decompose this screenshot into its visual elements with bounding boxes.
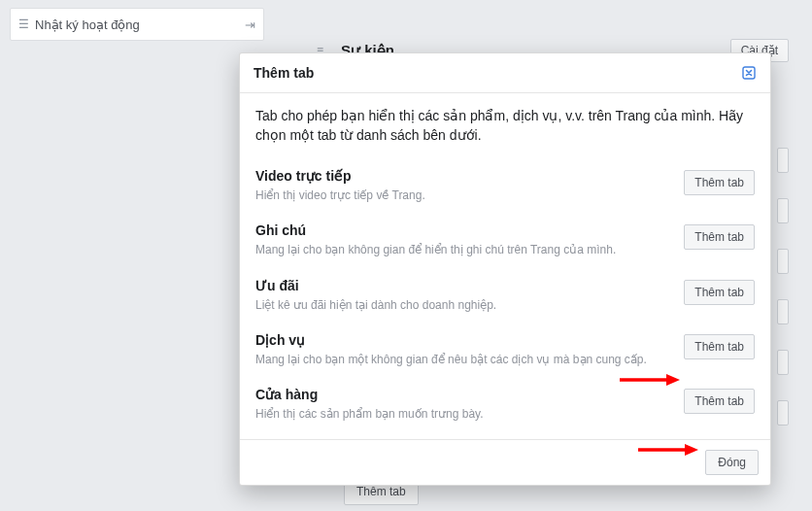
tab-option-offers: Ưu đãi Liệt kê ưu đãi hiện tại dành cho … [255, 270, 755, 324]
close-icon [742, 66, 756, 80]
add-tab-button[interactable]: Thêm tab [684, 224, 755, 250]
tab-option-notes: Ghi chú Mang lại cho bạn không gian để h… [255, 215, 755, 269]
option-desc: Mang lại cho bạn không gian để hiển thị … [255, 242, 672, 257]
option-desc: Mang lại cho bạn một không gian để nêu b… [255, 352, 672, 367]
modal-intro-text: Tab cho phép bạn hiển thị các sản phẩm, … [255, 107, 755, 145]
option-title: Cửa hàng [255, 387, 672, 402]
bg-settings-stub [777, 299, 789, 324]
option-title: Ưu đãi [255, 278, 672, 293]
tab-option-live-video: Video trực tiếp Hiển thị video trực tiếp… [255, 160, 755, 215]
tab-option-services: Dịch vụ Mang lại cho bạn một không gian … [255, 324, 755, 379]
add-tab-modal: Thêm tab Tab cho phép bạn hiển thị các s… [239, 52, 771, 486]
tab-option-shop: Cửa hàng Hiển thị các sản phẩm bạn muốn … [255, 379, 755, 433]
enter-icon: ⇥ [245, 17, 255, 32]
option-desc: Liệt kê ưu đãi hiện tại dành cho doanh n… [255, 297, 672, 313]
add-tab-button[interactable]: Thêm tab [684, 334, 755, 359]
add-tab-button[interactable]: Thêm tab [684, 170, 755, 195]
option-desc: Hiển thị video trực tiếp về Trang. [255, 187, 672, 203]
modal-title: Thêm tab [254, 65, 314, 81]
option-desc: Hiển thị các sản phẩm bạn muốn trưng bày… [255, 406, 672, 422]
bg-settings-stub [777, 148, 789, 173]
bg-settings-stub [777, 400, 789, 426]
sidebar-item-label: Nhật ký hoạt động [35, 17, 140, 32]
add-tab-button[interactable]: Thêm tab [684, 389, 755, 414]
modal-close-footer-button[interactable]: Đóng [705, 450, 759, 475]
option-title: Dịch vụ [255, 332, 672, 348]
modal-close-button[interactable] [741, 65, 757, 81]
option-title: Ghi chú [255, 222, 672, 238]
bg-settings-stub [777, 350, 789, 375]
modal-header: Thêm tab [240, 53, 770, 93]
modal-body: Tab cho phép bạn hiển thị các sản phẩm, … [240, 93, 770, 439]
list-icon: ☰ [18, 17, 29, 31]
modal-footer: Đóng [240, 439, 770, 485]
option-title: Video trực tiếp [255, 168, 672, 184]
sidebar-item-activity-log[interactable]: ☰ Nhật ký hoạt động ⇥ [10, 8, 264, 41]
bg-settings-stub [777, 249, 789, 274]
add-tab-button[interactable]: Thêm tab [684, 280, 755, 305]
bg-settings-stub [777, 198, 789, 223]
